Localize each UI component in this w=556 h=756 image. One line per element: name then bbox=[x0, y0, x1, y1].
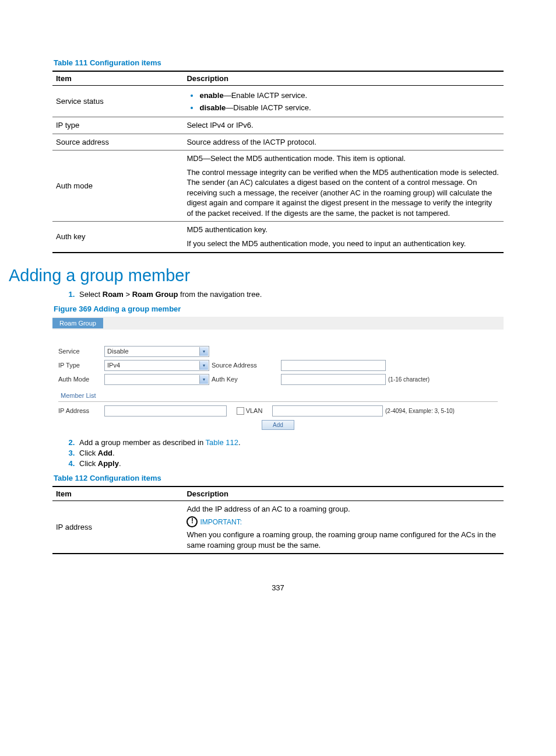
cell-item: Source address bbox=[52, 134, 183, 150]
tab-roam-group[interactable]: Roam Group bbox=[52, 318, 103, 328]
authkey-p1: MD5 authentication key. bbox=[186, 225, 500, 235]
figure-caption: Figure 369 Adding a group member bbox=[54, 304, 504, 313]
enable-text: —Enable IACTP service. bbox=[224, 91, 308, 100]
step1-text-c: from the navigation tree. bbox=[178, 290, 262, 299]
figure-369: Roam Group Service Disable ▾ IP Type IPv… bbox=[52, 317, 504, 435]
table-112-head-desc: Description bbox=[183, 487, 504, 501]
table-row: Auth mode MD5—Select the MD5 authenticat… bbox=[52, 150, 504, 222]
table-111: Item Description Service status enable—E… bbox=[52, 71, 504, 253]
authmode-label: Auth Mode bbox=[58, 376, 102, 383]
vlan-input[interactable] bbox=[272, 405, 383, 416]
authkey-p2: If you select the MD5 authentication mod… bbox=[186, 239, 500, 249]
vlan-hint: (2-4094, Example: 3, 5-10) bbox=[385, 408, 498, 414]
authmode-p1: MD5—Select the MD5 authentication mode. … bbox=[186, 153, 500, 164]
step3-a: Click bbox=[79, 449, 98, 457]
authkey-hint: (1-16 character) bbox=[388, 376, 458, 383]
chevron-down-icon: ▾ bbox=[199, 375, 208, 384]
step3-b: Add bbox=[98, 449, 112, 457]
iptype-select[interactable]: IPv4 ▾ bbox=[104, 360, 209, 371]
add-button[interactable]: Add bbox=[262, 420, 294, 430]
step4-b: Apply bbox=[98, 459, 119, 468]
ip-p2: When you configure a roaming group, the … bbox=[186, 530, 500, 550]
cell-item: Service status bbox=[52, 86, 183, 117]
cell-desc: Source address of the IACTP protocol. bbox=[183, 134, 504, 150]
list-item: Click Add. bbox=[77, 449, 504, 457]
chevron-down-icon: ▾ bbox=[199, 347, 208, 356]
service-value: Disable bbox=[107, 348, 129, 355]
vlan-checkbox[interactable] bbox=[237, 407, 244, 415]
service-label: Service bbox=[58, 348, 102, 355]
step1-roam-group: Roam Group bbox=[132, 290, 178, 299]
cell-item: IP address bbox=[52, 501, 183, 554]
table-111-head-item: Item bbox=[52, 71, 183, 86]
table-112: Item Description IP address Add the IP a… bbox=[52, 486, 504, 555]
table-row: IP type Select IPv4 or IPv6. bbox=[52, 117, 504, 134]
step1-text-a: Select bbox=[79, 290, 103, 299]
enable-term: enable bbox=[199, 91, 223, 100]
iptype-label: IP Type bbox=[58, 362, 102, 369]
vlan-label: VLAN bbox=[246, 407, 263, 414]
page-number: 337 bbox=[52, 583, 504, 592]
list-item: Click Apply. bbox=[77, 459, 504, 468]
source-address-input[interactable] bbox=[281, 360, 386, 371]
table-112-caption: Table 112 Configuration items bbox=[54, 474, 504, 482]
cell-desc: enable—Enable IACTP service. disable—Dis… bbox=[183, 86, 504, 117]
chevron-down-icon: ▾ bbox=[199, 361, 208, 370]
important-label: IMPORTANT: bbox=[200, 517, 242, 527]
authkey-input[interactable] bbox=[281, 374, 386, 385]
step1-gt: > bbox=[124, 290, 132, 299]
table-112-link[interactable]: Table 112 bbox=[206, 438, 238, 447]
important-icon bbox=[186, 516, 198, 527]
cell-item: Auth key bbox=[52, 222, 183, 253]
table-row: Service status enable—Enable IACTP servi… bbox=[52, 86, 504, 117]
table-row: Auth key MD5 authentication key. If you … bbox=[52, 222, 504, 253]
source-address-label: Source Address bbox=[212, 362, 279, 369]
authkey-label: Auth Key bbox=[212, 376, 279, 383]
table-111-head-desc: Description bbox=[183, 71, 504, 86]
table-	row: IP address Add the IP address of an AC t… bbox=[52, 501, 504, 554]
cell-item: IP type bbox=[52, 117, 183, 134]
table-row: Source address Source address of the IAC… bbox=[52, 134, 504, 150]
step4-a: Click bbox=[79, 459, 98, 468]
iptype-value: IPv4 bbox=[107, 362, 120, 369]
cell-desc: MD5 authentication key. If you select th… bbox=[183, 222, 504, 253]
list-item: Add a group member as described in Table… bbox=[77, 438, 504, 447]
section-heading: Adding a group member bbox=[9, 266, 504, 285]
ip-address-label: IP Address bbox=[58, 407, 102, 414]
step4-c: . bbox=[119, 459, 121, 468]
cell-desc: Add the IP address of an AC to a roaming… bbox=[183, 501, 504, 554]
cell-desc: MD5—Select the MD5 authentication mode. … bbox=[183, 150, 504, 222]
cell-desc: Select IPv4 or IPv6. bbox=[183, 117, 504, 134]
member-list-title: Member List bbox=[61, 392, 498, 399]
ip-p1: Add the IP address of an AC to a roaming… bbox=[186, 504, 500, 514]
cell-item: Auth mode bbox=[52, 150, 183, 222]
table-111-caption: Table 111 Configuration items bbox=[54, 58, 504, 67]
step3-c: . bbox=[112, 449, 115, 457]
list-item: Select Roam > Roam Group from the naviga… bbox=[77, 290, 504, 299]
authmode-p2: The control message integrity can be ver… bbox=[186, 167, 500, 219]
step2-a: Add a group member as described in bbox=[79, 438, 206, 447]
step2-b: . bbox=[238, 438, 241, 447]
disable-term: disable bbox=[199, 103, 226, 112]
step1-roam: Roam bbox=[103, 290, 124, 299]
authmode-select[interactable]: ▾ bbox=[104, 374, 209, 385]
disable-text: —Disable IACTP service. bbox=[226, 103, 311, 112]
ip-address-input[interactable] bbox=[104, 405, 227, 416]
table-112-head-item: Item bbox=[52, 487, 183, 501]
service-select[interactable]: Disable ▾ bbox=[104, 346, 209, 357]
